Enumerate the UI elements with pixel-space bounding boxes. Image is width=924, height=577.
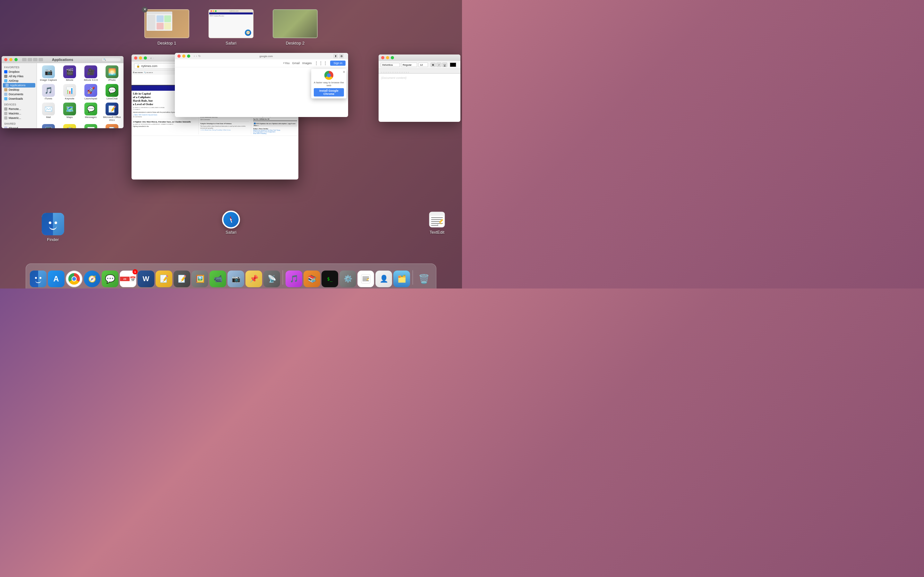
list-item[interactable]: 🎵 iTunes — [38, 83, 59, 101]
minimize-dot[interactable] — [9, 58, 13, 61]
space-desktop2[interactable]: Desktop 2 — [273, 9, 318, 45]
size-dropdown[interactable]: 12 — [418, 63, 428, 67]
sidebar-item-shared[interactable]: Shared — [2, 126, 37, 128]
forward-button[interactable]: › — [153, 56, 153, 60]
list-item[interactable]: 📊 Keynote — [59, 83, 80, 101]
sidebar-item-airdrop[interactable]: AirDrop — [2, 79, 37, 83]
list-item[interactable]: 📄 Pages — [102, 123, 122, 128]
te-minimize-dot[interactable] — [386, 56, 389, 59]
dock-item-finder2[interactable]: 🗂️ — [393, 271, 410, 287]
dock-item-safari[interactable]: 🧭 — [84, 271, 100, 287]
popup-close-button[interactable]: ✕ — [342, 70, 345, 74]
browser-minimize-dot[interactable] — [139, 56, 142, 60]
dock-item-textedit[interactable] — [357, 271, 374, 287]
list-item[interactable]: 🎬 iMovie — [59, 64, 80, 82]
font-dropdown[interactable]: Helvetica — [381, 63, 400, 67]
g-fwd-btn[interactable]: › — [196, 55, 197, 58]
list-item[interactable]: 🎥 iMovie 9.0.9 — [81, 64, 101, 82]
textedit-window[interactable]: Helvetica Regular 12 B I U |||||||||||||… — [379, 55, 460, 122]
finder-window[interactable]: Applications 🔍 FAVORITES Dropbox All My … — [2, 56, 124, 128]
sidebar-item-dropbox[interactable]: Dropbox — [2, 69, 37, 74]
g-reload-btn[interactable]: ↻ — [198, 55, 201, 58]
google-images-link[interactable]: Images — [302, 61, 312, 65]
zoom-dot[interactable] — [15, 58, 18, 61]
desktop2-thumbnail[interactable] — [273, 9, 318, 38]
te-close-dot[interactable] — [381, 56, 384, 59]
list-item[interactable]: 📷 Image Capture — [38, 64, 59, 82]
list-item[interactable]: ✉️ Mail — [38, 102, 59, 122]
view-coverflow-icon[interactable] — [39, 58, 43, 61]
te-zoom-dot[interactable] — [391, 56, 394, 59]
underline-btn[interactable]: U — [442, 63, 447, 67]
safari-icon-area[interactable]: Safari — [222, 211, 240, 235]
sidebar-item-desktop[interactable]: Desktop — [2, 87, 37, 92]
dock-item-messages[interactable]: 💬 — [102, 271, 118, 287]
related-link[interactable]: » U.N. Official Cites 'Strong Possibilit… — [200, 129, 249, 131]
browser-close-dot[interactable] — [134, 56, 137, 60]
bold-btn[interactable]: B — [431, 63, 436, 67]
italic-btn[interactable]: I — [436, 63, 441, 67]
sidebar-item-documents[interactable]: Documents — [2, 92, 37, 97]
sidebar-item-macinto[interactable]: Macinto... — [2, 111, 37, 116]
g-back-btn[interactable]: ‹ — [194, 55, 195, 58]
textedit-icon-area[interactable]: TextEdit — [428, 211, 446, 235]
g-share-icon[interactable]: ⬆ — [333, 54, 338, 58]
dock-item-stickies[interactable]: 📝 — [156, 271, 172, 287]
browser-zoom-dot[interactable] — [144, 56, 147, 60]
google-you-link[interactable]: +You — [283, 61, 289, 65]
search-nav[interactable]: 🔍 SEARCH — [144, 71, 153, 73]
color-picker[interactable] — [450, 63, 456, 67]
g-close-dot[interactable] — [178, 55, 181, 58]
dock-item-airdrop[interactable]: 📡 — [263, 271, 280, 287]
list-item[interactable]: 💬 Messages — [81, 102, 101, 122]
space-desktop1[interactable]: ✕ — [144, 9, 189, 45]
list-item[interactable]: 💬 LimeChat — [102, 83, 122, 101]
finder-icon-area[interactable]: Finder — [42, 213, 64, 242]
list-item[interactable]: 📊 Numbers — [81, 123, 101, 128]
google-window[interactable]: ‹ › ↻ google.com ⬆ ⚙ +You Gmail Images ⋮… — [175, 53, 348, 117]
google-url-field[interactable]: google.com — [202, 55, 330, 58]
style-dropdown[interactable]: Regular — [401, 63, 417, 67]
desktop1-thumbnail[interactable] — [144, 9, 189, 38]
g-zoom-dot[interactable] — [187, 55, 190, 58]
dock-item-ibooks[interactable]: 📚 — [304, 271, 320, 287]
close-space-button[interactable]: ✕ — [142, 7, 148, 13]
back-button[interactable]: ‹ — [150, 56, 152, 60]
view-list-icon[interactable] — [27, 58, 32, 61]
google-apps-icon[interactable]: ⋮⋮⋮ — [314, 61, 328, 66]
close-dot[interactable] — [4, 58, 7, 61]
sidebar-item-allmy[interactable]: All My Files — [2, 74, 37, 79]
dock-item-word[interactable]: W — [137, 271, 154, 287]
dock-item-itunes[interactable]: 🎵 — [286, 271, 302, 287]
view-col-icon[interactable] — [33, 58, 37, 61]
list-item[interactable]: 🗺️ Maps — [59, 102, 80, 122]
dock-item-trash[interactable]: 🗑️ — [415, 271, 432, 287]
sidebar-item-applications[interactable]: Applications — [3, 83, 35, 87]
sidebar-item-remote[interactable]: Remote... — [2, 107, 37, 111]
dock-item-chrome[interactable] — [66, 271, 82, 287]
list-item[interactable]: 📝 Microsoft Office 2011 — [102, 102, 122, 122]
dock-item-appstore[interactable]: A — [48, 271, 65, 287]
dock-item-facetime[interactable]: 📹 — [210, 271, 226, 287]
dock-item-terminal[interactable]: $_ — [321, 271, 338, 287]
textedit-content[interactable]: (Document content) — [379, 74, 460, 82]
dock-item-script[interactable]: 📝 — [174, 271, 190, 287]
dock-item-photos2[interactable]: 📷 — [228, 271, 244, 287]
dock-item-calendar[interactable]: 23 📅 1 — [120, 271, 136, 287]
list-item[interactable]: 📋 Notes — [59, 123, 80, 128]
space-safari[interactable]: nytimes.com NYT Content Preview 🧭 Safari — [208, 9, 254, 45]
google-signin-btn[interactable]: Sign in — [330, 61, 346, 66]
g-minimize-dot[interactable] — [182, 55, 186, 58]
view-icon[interactable] — [22, 58, 27, 61]
dock-item-contacts[interactable]: 👤 — [375, 271, 392, 287]
safari-thumbnail[interactable]: nytimes.com NYT Content Preview 🧭 — [208, 9, 254, 38]
list-item[interactable]: 🖥️ Mission Control — [38, 123, 59, 128]
g-settings-icon[interactable]: ⚙ — [339, 54, 344, 58]
dock-item-finder[interactable] — [30, 271, 47, 287]
list-item[interactable]: 🚀 Launchpad — [81, 83, 101, 101]
install-chrome-button[interactable]: Install Google Chrome — [314, 88, 344, 97]
sections-nav[interactable]: ☰ SECTIONS — [133, 71, 143, 73]
dock-item-gold[interactable]: 📌 — [246, 271, 262, 287]
google-gmail-link[interactable]: Gmail — [292, 61, 300, 65]
dock-item-sysprefs[interactable]: ⚙️ — [339, 271, 356, 287]
